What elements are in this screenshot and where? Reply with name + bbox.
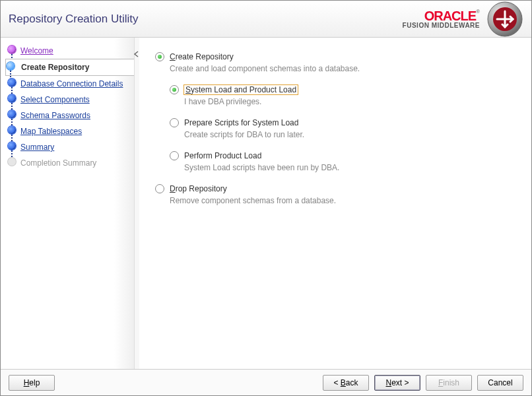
option-perform-product-load[interactable]: Perform Product Load: [170, 151, 518, 160]
step-bullet-icon: [8, 94, 16, 102]
finish-button: Finish: [426, 375, 472, 391]
step-completion-summary: Completion Summary: [7, 155, 134, 171]
step-bullet-icon: [8, 142, 16, 150]
oracle-logo-block: ORACLE® FUSION MIDDLEWARE: [403, 9, 480, 29]
radio-system-and-product-load[interactable]: [170, 85, 179, 94]
step-label: Completion Summary: [20, 158, 96, 168]
step-label: Map Tablespaces: [20, 127, 82, 136]
option-drop-repository[interactable]: Drop Repository: [155, 184, 518, 193]
option-label: Create Repository: [170, 52, 234, 61]
option-desc: Create and load component schemas into a…: [170, 64, 518, 73]
step-schema-passwords[interactable]: Schema Passwords: [7, 108, 134, 123]
option-system-and-product-load[interactable]: System Load and Product Load: [170, 85, 518, 94]
step-db-connection[interactable]: Database Connection Details: [7, 76, 134, 92]
help-button[interactable]: Help: [9, 375, 55, 391]
option-label: Drop Repository: [170, 184, 227, 193]
step-bullet-icon: [8, 158, 16, 166]
radio-perform-product-load[interactable]: [170, 151, 179, 160]
step-label: Welcome: [20, 46, 53, 55]
option-desc: I have DBA privileges.: [184, 97, 518, 106]
fusion-orb-icon: [486, 1, 523, 38]
create-sub-options: System Load and Product Load I have DBA …: [170, 85, 518, 172]
body: Welcome Create Repository Database Conne…: [1, 38, 531, 369]
option-label: System Load and Product Load: [184, 85, 298, 94]
oracle-logo: ORACLE®: [403, 9, 480, 22]
step-welcome[interactable]: Welcome: [7, 43, 134, 59]
step-summary[interactable]: Summary: [7, 139, 134, 155]
next-button[interactable]: Next >: [374, 375, 420, 391]
radio-drop-repository[interactable]: [155, 184, 164, 193]
step-create-repository[interactable]: Create Repository: [5, 59, 134, 76]
cancel-button[interactable]: Cancel: [477, 375, 523, 391]
step-label: Database Connection Details: [20, 79, 123, 88]
header-branding: ORACLE® FUSION MIDDLEWARE: [403, 1, 523, 38]
radio-create-repository[interactable]: [155, 52, 164, 61]
header: Repository Creation Utility ORACLE® FUSI…: [1, 1, 531, 38]
option-prepare-scripts[interactable]: Prepare Scripts for System Load: [170, 118, 518, 127]
option-desc: Create scripts for DBA to run later.: [184, 130, 518, 139]
step-bullet-icon: [8, 79, 16, 86]
option-desc: System Load scripts have been run by DBA…: [184, 163, 518, 172]
back-button[interactable]: < Back: [323, 375, 369, 391]
chevron-left-icon: [133, 51, 140, 57]
rcu-window: Repository Creation Utility ORACLE® FUSI…: [0, 0, 532, 396]
oracle-subtitle: FUSION MIDDLEWARE: [403, 22, 480, 29]
step-map-tablespaces[interactable]: Map Tablespaces: [7, 123, 134, 139]
step-label: Schema Passwords: [20, 111, 90, 120]
wizard-steps: Welcome Create Repository Database Conne…: [7, 43, 134, 171]
footer: Help < Back Next > Finish Cancel: [1, 369, 531, 395]
step-label: Select Components: [20, 95, 90, 104]
option-label: Prepare Scripts for System Load: [184, 118, 298, 127]
step-bullet-icon: [8, 126, 16, 134]
registered-icon: ®: [476, 9, 480, 15]
step-bullet-icon: [8, 110, 16, 118]
step-label: Summary: [20, 143, 54, 152]
option-label: Perform Product Load: [184, 151, 261, 160]
step-bullet-icon: [7, 62, 15, 70]
step-select-components[interactable]: Select Components: [7, 92, 134, 108]
splitter[interactable]: [134, 38, 139, 369]
page-title: Repository Creation Utility: [9, 13, 139, 26]
step-bullet-icon: [8, 46, 16, 53]
main-panel: Create Repository Create and load compon…: [139, 38, 531, 369]
option-desc: Remove component schemas from a database…: [170, 196, 518, 205]
radio-prepare-scripts[interactable]: [170, 118, 179, 127]
option-create-repository[interactable]: Create Repository: [155, 52, 518, 61]
wizard-sidebar: Welcome Create Repository Database Conne…: [1, 38, 134, 369]
step-label: Create Repository: [21, 63, 89, 72]
